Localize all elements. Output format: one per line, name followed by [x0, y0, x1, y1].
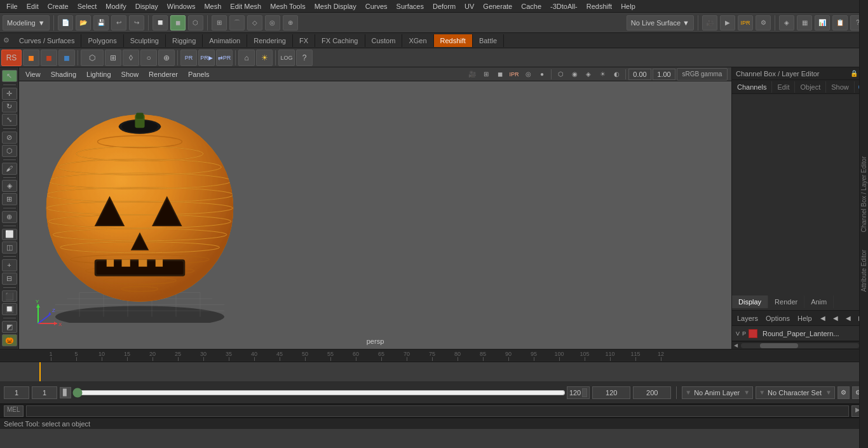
- menu-curves[interactable]: Curves: [362, 1, 391, 11]
- tool6[interactable]: 🎃: [2, 334, 17, 346]
- rs-btn-1[interactable]: RS: [1, 50, 22, 66]
- menu-generate[interactable]: Generate: [479, 1, 516, 11]
- lasso-select-btn[interactable]: ⬡: [188, 15, 203, 31]
- anim-end2-input[interactable]: [633, 386, 671, 399]
- layer-icon-3[interactable]: ◀: [843, 313, 854, 324]
- vp-icon3[interactable]: IPR: [508, 68, 520, 81]
- workspace-dropdown[interactable]: Modeling ▼: [3, 15, 50, 31]
- show-tab[interactable]: Show: [826, 81, 854, 93]
- rotate-tool-btn[interactable]: ↻: [2, 101, 17, 113]
- paint-btn[interactable]: 🖌: [2, 163, 17, 175]
- anim-tab[interactable]: Anim: [804, 295, 834, 308]
- vp-panels-menu[interactable]: Panels: [186, 69, 212, 79]
- menu-display[interactable]: Display: [132, 1, 162, 11]
- select-mode-btn[interactable]: ◼: [170, 15, 186, 31]
- menu-windows[interactable]: Windows: [163, 1, 200, 11]
- rs-btn-9[interactable]: ⊕: [158, 50, 175, 66]
- tool1[interactable]: +: [2, 259, 17, 271]
- menu-3dtoall[interactable]: -3DtoAll-: [546, 1, 581, 11]
- horizontal-scrollbar[interactable]: ◀ ▶: [732, 341, 868, 349]
- layer-icon-1[interactable]: ◀: [817, 313, 829, 324]
- rs-btn-bowl[interactable]: ⌂: [238, 50, 255, 66]
- tab-polygons[interactable]: Polygons: [81, 34, 123, 47]
- vp-icon4[interactable]: ◎: [522, 68, 534, 81]
- rs-btn-pr1[interactable]: PR: [180, 50, 197, 66]
- layer-playback[interactable]: P: [742, 330, 746, 337]
- new-scene-btn[interactable]: 📄: [58, 15, 73, 31]
- tab-rendering[interactable]: Rendering: [247, 34, 293, 47]
- rs-btn-pr3[interactable]: ⇄PR: [216, 50, 233, 66]
- tab-fx[interactable]: FX: [293, 34, 315, 47]
- vp-camera-icon[interactable]: 🎥: [466, 68, 478, 81]
- tab-redshift[interactable]: Redshift: [434, 34, 473, 47]
- options-menu[interactable]: Options: [763, 313, 792, 323]
- tool3[interactable]: ⬛: [2, 290, 17, 302]
- snap-live-btn[interactable]: ⊕: [283, 15, 298, 31]
- view-cube-btn[interactable]: ⬜: [2, 229, 17, 241]
- redo-btn[interactable]: ↪: [129, 15, 144, 31]
- snap-surface-btn[interactable]: ◎: [265, 15, 280, 31]
- menu-deform[interactable]: Deform: [429, 1, 459, 11]
- layer-visibility[interactable]: V: [736, 330, 740, 337]
- menu-select[interactable]: Select: [74, 1, 101, 11]
- display-tab[interactable]: Display: [732, 295, 768, 308]
- tab-xgen[interactable]: XGen: [402, 34, 433, 47]
- menu-help[interactable]: Help: [617, 1, 639, 11]
- no-anim-layer-dropdown[interactable]: ▼ No Anim Layer ▼: [682, 386, 753, 399]
- rs-btn-sun[interactable]: ☀: [256, 50, 273, 66]
- menu-edit[interactable]: Edit: [23, 1, 43, 11]
- object-tab[interactable]: Object: [795, 81, 826, 93]
- snap-obj-btn[interactable]: ⊞: [2, 193, 17, 205]
- rs-btn-3[interactable]: ◼: [41, 50, 57, 66]
- tool5[interactable]: ◩: [2, 321, 17, 333]
- no-live-surface-dropdown[interactable]: sRGB gamma No Live Surface ▼: [627, 15, 694, 31]
- scroll-left[interactable]: ◀: [732, 343, 740, 348]
- menu-mesh-display[interactable]: Mesh Display: [311, 1, 360, 11]
- render-tab[interactable]: Render: [768, 295, 804, 308]
- tb-extra3[interactable]: 📊: [815, 15, 830, 31]
- layer-icon-2[interactable]: ◀: [830, 313, 841, 324]
- snapping-btn[interactable]: ◈: [2, 180, 17, 192]
- vp-icon1[interactable]: ⊞: [480, 68, 492, 81]
- tb-extra4[interactable]: 📋: [832, 15, 848, 31]
- playback-settings-btn[interactable]: ⚙: [837, 386, 850, 399]
- tab-rigging[interactable]: Rigging: [166, 34, 203, 47]
- render-view-btn[interactable]: ▶: [720, 15, 735, 31]
- vp-texture[interactable]: ◈: [582, 68, 595, 81]
- rs-btn-log[interactable]: LOG: [278, 50, 295, 66]
- camera-btn[interactable]: 🎥: [702, 15, 717, 31]
- timeline-slider[interactable]: [72, 388, 566, 398]
- rs-btn-6[interactable]: ⊞: [105, 50, 121, 66]
- snap-point-btn[interactable]: ◇: [247, 15, 262, 31]
- tool2[interactable]: ⊟: [2, 273, 17, 285]
- rs-btn-pr2[interactable]: PR▶: [198, 50, 215, 66]
- vp-shading-menu[interactable]: Shading: [48, 69, 79, 79]
- vp-icon2[interactable]: ◼: [494, 68, 506, 81]
- menu-modify[interactable]: Modify: [102, 1, 130, 11]
- scale-tool-btn[interactable]: ⤡: [2, 114, 17, 126]
- script-type-btn[interactable]: MEL: [4, 405, 24, 417]
- menu-mesh[interactable]: Mesh: [200, 1, 225, 11]
- rs-btn-5[interactable]: ⬡: [81, 50, 104, 66]
- rs-btn-4[interactable]: ◼: [58, 50, 75, 66]
- vp-rotate-input[interactable]: [653, 69, 675, 80]
- undo-btn[interactable]: ↩: [111, 15, 126, 31]
- soft-select-btn[interactable]: ⊘: [2, 132, 17, 144]
- viewport[interactable]: View Shading Lighting Show Renderer Pane…: [19, 67, 731, 349]
- menu-file[interactable]: File: [3, 1, 22, 11]
- frame-current-input[interactable]: 1: [32, 386, 57, 399]
- vp-translate-input[interactable]: [628, 69, 651, 80]
- layer-color-swatch[interactable]: [749, 329, 757, 338]
- panel-lock-btn[interactable]: 🔒: [850, 70, 858, 77]
- scroll-thumb[interactable]: [760, 343, 798, 348]
- tab-animation[interactable]: Animation: [203, 34, 247, 47]
- save-scene-btn[interactable]: 💾: [93, 15, 109, 31]
- display-layer-btn[interactable]: ◫: [2, 241, 17, 254]
- tb-extra1[interactable]: ◈: [779, 15, 794, 31]
- vp-shadows[interactable]: ◐: [610, 68, 623, 81]
- help-menu[interactable]: Help: [795, 313, 815, 323]
- tab-sculpting[interactable]: Sculpting: [124, 34, 166, 47]
- tab-custom[interactable]: Custom: [365, 34, 403, 47]
- menu-uv[interactable]: UV: [461, 1, 478, 11]
- channel-box-vert-tab[interactable]: Channel Box / Layer Editor: [859, 154, 868, 235]
